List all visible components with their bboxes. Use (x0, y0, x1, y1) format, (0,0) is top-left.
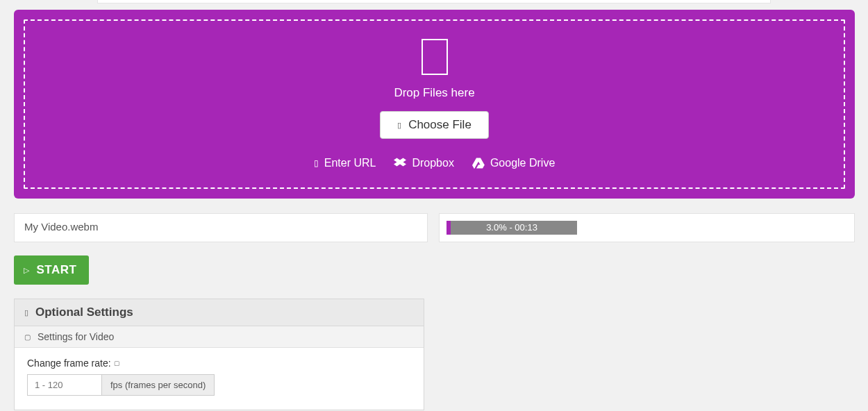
dropbox-label: Dropbox (412, 157, 453, 169)
choose-file-button[interactable]: ▯ Choose File (380, 111, 489, 139)
choose-file-label: Choose File (408, 118, 471, 132)
upload-progress-bar: 3.0% - 00:13 (446, 221, 577, 235)
collapse-icon: ▢ (24, 333, 31, 341)
gear-icon: ▯ (24, 308, 28, 317)
google-drive-icon (472, 157, 485, 169)
enter-url-link[interactable]: ▯ Enter URL (314, 157, 376, 169)
file-name-cell: My Video.webm (14, 213, 428, 242)
frame-rate-label: Change frame rate: ▢ (27, 358, 411, 369)
dropzone-inner: Drop Files here ▯ Choose File ▯ Enter UR… (24, 19, 845, 189)
start-label: START (37, 263, 77, 277)
progress-fill (446, 221, 451, 235)
dropbox-link[interactable]: Dropbox (394, 157, 453, 169)
help-icon[interactable]: ▢ (114, 360, 120, 367)
file-row: My Video.webm 3.0% - 00:13 (14, 213, 855, 242)
source-row: ▯ Enter URL Dropbox Google Drive (314, 157, 556, 169)
file-dropzone[interactable]: Drop Files here ▯ Choose File ▯ Enter UR… (14, 10, 855, 199)
file-icon (422, 39, 448, 75)
link-icon: ▯ (314, 158, 319, 168)
top-empty-box (97, 0, 771, 3)
optional-settings-header[interactable]: ▯ Optional Settings (15, 299, 424, 326)
google-drive-label: Google Drive (490, 157, 555, 169)
frame-rate-input-group: fps (frames per second) (27, 374, 411, 396)
fps-addon: fps (frames per second) (102, 374, 215, 396)
file-plus-icon: ▯ (397, 121, 401, 130)
google-drive-link[interactable]: Google Drive (472, 157, 555, 169)
settings-video-label: Settings for Video (37, 331, 114, 342)
progress-text: 3.0% - 00:13 (486, 222, 537, 233)
frame-rate-input[interactable] (27, 374, 102, 396)
optional-settings-panel: ▯ Optional Settings ▢ Settings for Video… (14, 299, 424, 410)
play-icon: ▷ (24, 266, 30, 275)
enter-url-label: Enter URL (324, 157, 376, 169)
settings-body: Change frame rate: ▢ fps (frames per sec… (15, 348, 424, 410)
drop-label: Drop Files here (394, 86, 474, 100)
settings-video-header[interactable]: ▢ Settings for Video (15, 326, 424, 348)
optional-settings-title: Optional Settings (35, 305, 133, 319)
start-button[interactable]: ▷ START (14, 255, 89, 285)
dropbox-icon (394, 157, 406, 169)
progress-cell: 3.0% - 00:13 (439, 213, 855, 242)
